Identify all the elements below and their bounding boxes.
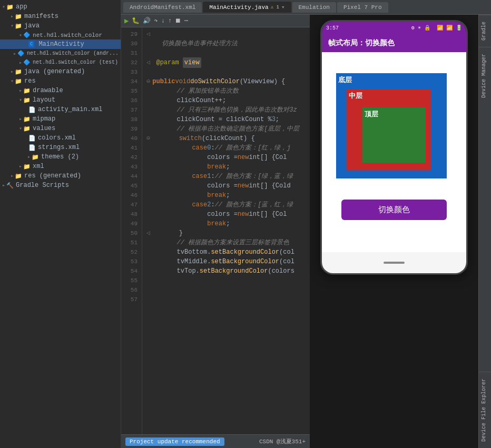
gradle-icon: 🔨 [6, 182, 14, 189]
tab-emulation[interactable]: Emulation [292, 2, 336, 13]
switch-color-button[interactable]: 切换颜色 [341, 200, 447, 220]
layer-top-label: 顶层 [365, 109, 378, 119]
folder-icon: 📁 [23, 163, 31, 170]
folder-icon: 📁 [6, 4, 14, 11]
package-icon: 🔷 [23, 59, 31, 66]
notification-text: Project update recommended [125, 437, 224, 446]
sidebar-item-package-test[interactable]: 🔷 net.hdl.switch_color (test) [0, 58, 121, 67]
arrow-icon [19, 87, 22, 94]
debug-icon[interactable]: 🐛 [132, 17, 140, 25]
arrow-icon [13, 51, 16, 57]
phone-nav-bar [322, 252, 466, 273]
sidebar-label: drawable [33, 87, 63, 94]
sidebar-label: java [24, 22, 40, 29]
sidebar-item-values[interactable]: 📁 values [0, 124, 121, 133]
tab-arrow: ▾ [281, 4, 285, 11]
phone-icons: ⚙ ☀ 🔒 📶 📶 🔋 [411, 25, 462, 31]
layer-top[interactable]: 顶层 [362, 107, 426, 163]
sidebar-item-mipmap[interactable]: 📁 mipmap [0, 114, 121, 124]
main-area: AndroidManifest.xml MainActivity.java ⚠ … [121, 0, 491, 448]
folder-icon: 📁 [23, 125, 31, 132]
sidebar-item-xml[interactable]: 📁 xml [0, 162, 121, 171]
arrow-icon [11, 23, 14, 29]
code-line: ⊖ switch (clickCount) { [146, 134, 306, 143]
device-file-explorer-panel[interactable]: Device File Explorer [479, 372, 491, 448]
sidebar-label: res [24, 77, 36, 85]
sidebar-label: strings.xml [38, 144, 80, 151]
tab-label: Pixel 7 Pro [343, 4, 382, 11]
sidebar-label: manifests [24, 13, 58, 20]
tab-main[interactable]: MainActivity.java ⚠ 1 ▾ [203, 2, 291, 13]
more-icon[interactable]: ⋯ [184, 17, 188, 25]
xml-icon: 📄 [28, 106, 36, 113]
tab-label: Emulation [299, 4, 330, 11]
sidebar-item-manifests[interactable]: 📁 manifests [0, 12, 121, 21]
sidebar-item-java-generated[interactable]: 📁 java (generated) [0, 67, 121, 76]
code-line: case 1: // 颜色方案：[绿，蓝，绿 [146, 172, 306, 181]
status-user: CSDN @浅夏351+ [259, 437, 306, 445]
code-line: clickCount++; [146, 96, 306, 105]
package-icon: 🔷 [23, 32, 31, 38]
code-line: break; [146, 191, 306, 200]
step-out-icon[interactable]: ↑ [168, 17, 172, 25]
sidebar-label: mipmap [33, 115, 55, 123]
sidebar-item-res-generated[interactable]: 📁 res (generated) [0, 171, 121, 181]
editor-tabs: AndroidManifest.xml MainActivity.java ⚠ … [121, 0, 491, 15]
tab-pixel[interactable]: Pixel 7 Pro [337, 2, 388, 13]
xml-icon: 📄 [28, 135, 36, 142]
sidebar-item-java[interactable]: 📁 java [0, 21, 121, 31]
gradle-panel[interactable]: Gradle [479, 15, 491, 47]
sidebar-label: app [16, 3, 27, 11]
sidebar-item-colors[interactable]: 📄 colors.xml [0, 133, 121, 143]
folder-icon: 📁 [23, 87, 31, 94]
content-area: ▶ 🐛 🔊 ↷ ↓ ↑ ⏹ ⋯ 29 30 31 32 33 34 35 [121, 15, 491, 448]
code-line: // 根据单击次数确定颜色方案[底层，中层 [146, 124, 306, 134]
code-line: // 累加按钮单击次数 [146, 86, 306, 96]
folder-icon: 📁 [15, 68, 22, 75]
code-line: colors = new int[] {Col [146, 153, 306, 162]
status-notification[interactable]: Project update recommended [125, 439, 224, 445]
code-editor: ▶ 🐛 🔊 ↷ ↓ ↑ ⏹ ⋯ 29 30 31 32 33 34 35 [121, 15, 310, 448]
sidebar-item-package-main[interactable]: 🔷 net.hdl.switch_color [0, 31, 121, 39]
warning-badge: ⚠ 1 [271, 4, 279, 10]
sidebar-item-drawable[interactable]: 📁 drawable [0, 86, 121, 95]
arrow-icon [19, 116, 22, 122]
sidebar-label: MainActivity [38, 41, 84, 48]
tab-manifest[interactable]: AndroidManifest.xml [123, 2, 202, 13]
sidebar-label: activity_main.xml [38, 106, 102, 113]
device-manager-panel[interactable]: Device Manager [479, 47, 491, 104]
code-content: 29 30 31 32 33 34 35 36 37 38 39 40 41 4… [121, 27, 310, 434]
step-over-icon[interactable]: ↷ [154, 17, 158, 25]
right-panel: Gradle Device Manager Device File Explor… [478, 15, 491, 448]
code-line: colors = new int[] {Col [146, 210, 306, 219]
package-icon: 🔷 [17, 50, 25, 57]
sidebar-item-layout[interactable]: 📁 layout [0, 95, 121, 105]
sidebar-item-mainactivity[interactable]: C MainActivity [0, 39, 121, 49]
speaker-icon[interactable]: 🔊 [143, 17, 151, 25]
phone-home-button[interactable] [384, 262, 405, 264]
arrow-icon [2, 182, 5, 188]
phone-status-bar: 3:57 ⚙ ☀ 🔒 📶 📶 🔋 [322, 22, 466, 34]
phone-title: 帧式布局：切换颜色 [328, 39, 395, 47]
line-numbers: 29 30 31 32 33 34 35 36 37 38 39 40 41 4… [121, 27, 142, 434]
sidebar-item-gradle-scripts[interactable]: 🔨 Gradle Scripts [0, 181, 121, 190]
run-icon[interactable]: ▶ [124, 16, 129, 25]
arrow-icon [11, 68, 14, 75]
sidebar-label: themes (2) [41, 153, 79, 161]
arrow-icon [19, 32, 22, 38]
class-icon: C [28, 41, 34, 47]
arrow-icon [19, 59, 22, 66]
sidebar-item-activity-main[interactable]: 📄 activity_main.xml [0, 105, 121, 114]
stop-icon[interactable]: ⏹ [175, 17, 181, 25]
sidebar-item-res[interactable]: 📁 res [0, 76, 121, 86]
sidebar-label: res (generated) [24, 172, 81, 180]
phone-frame: 3:57 ⚙ ☀ 🔒 📶 📶 🔋 帧式布局：切换颜色 底层 [320, 20, 468, 275]
sidebar-item-package-android[interactable]: 🔷 net.hdl.switch_color (andr... [0, 49, 121, 58]
sidebar-item-strings[interactable]: 📄 strings.xml [0, 143, 121, 152]
sidebar-label: values [33, 125, 55, 132]
step-in-icon[interactable]: ↓ [161, 17, 165, 25]
sidebar-item-app[interactable]: 📁 app [0, 2, 121, 12]
sidebar-item-themes[interactable]: 📁 themes (2) [0, 152, 121, 162]
code-line [146, 276, 306, 285]
arrow-icon [27, 154, 31, 160]
